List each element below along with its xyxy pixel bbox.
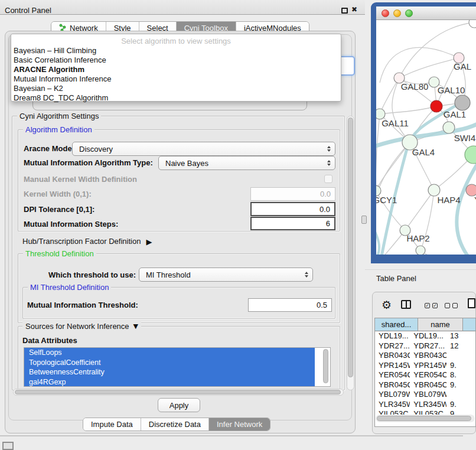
sources-title: Sources for Network Inference [25,322,129,331]
table-row[interactable]: YPR145WYPR145W9. [375,361,475,371]
algorithm-option[interactable]: Bayesian – Hill Climbing [11,46,341,56]
expand-arrow-icon: ▶ [146,237,152,246]
network-node[interactable] [416,246,425,255]
divider [365,269,476,270]
spinner-arrows-icon [327,146,331,152]
group-title: Threshold Definition [23,249,96,258]
split-columns-icon[interactable] [401,300,411,309]
table-cell: 13 [446,331,475,341]
algorithm-option[interactable]: Dream8 DC_TDC Algorithm [11,93,341,103]
column-header-shared[interactable]: shared... [375,318,418,331]
table-cell: 9. [446,380,475,390]
network-edge-highlighted [457,163,476,255]
network-edge [380,78,399,114]
combo-value: MI Threshold [146,270,191,279]
data-attribute-option[interactable]: TopologicalCoefficient [24,358,315,368]
table-row[interactable]: YDR27...YDR27...12 [375,341,475,351]
column-header-name[interactable]: name [418,318,463,331]
network-node[interactable] [431,100,442,112]
network-window-titlebar[interactable] [376,6,476,20]
manual-kernel-checkbox[interactable] [324,175,332,183]
scrollbar-thumb[interactable] [15,390,341,394]
tab-impute-data[interactable]: Impute Data [83,418,141,431]
mi-steps-label: Mutual Information Steps: [24,219,118,230]
which-threshold-label: Which threshold to use: [48,270,136,281]
zoom-traffic-light-icon[interactable] [405,9,413,17]
algorithm-option[interactable]: Mutual Information Inference [11,74,341,84]
table-cell: 8. [446,370,475,380]
mi-threshold-label: Mutual Information Threshold: [27,300,138,311]
data-attribute-option[interactable]: SelfLoops [24,348,315,358]
tab-discretize-data[interactable]: Discretize Data [141,418,208,431]
close-icon[interactable]: ✖ [351,5,357,14]
mi-steps-field[interactable]: 6 [250,217,335,230]
mi-type-combo[interactable]: Naive Bayes [158,156,335,170]
network-node[interactable] [469,20,476,28]
aracne-mode-label: Aracne Mode: [24,144,74,154]
table-cell: YDL19... [410,331,446,341]
network-node[interactable] [428,184,440,196]
data-attribute-option[interactable]: BetweennessCentrality [24,367,315,377]
aracne-mode-combo[interactable]: Discovery [72,142,335,156]
close-traffic-light-icon[interactable] [382,9,389,17]
hub-definition-label: Hub/Transcription Factor Definition [22,236,141,247]
kernel-width-label: Kernel Width (0,1): [24,189,92,200]
table-cell: YDR27... [375,341,410,351]
spinner-arrows-icon [305,272,308,278]
column-header-a[interactable]: A [463,318,476,331]
spinner-arrows-icon [327,160,331,166]
data-attributes-label: Data Attributes [22,335,77,346]
minimize-traffic-light-icon[interactable] [393,9,401,17]
network-edge [380,106,436,114]
settings-horizontal-scrollbar[interactable] [13,389,344,396]
unchecked-checkboxes-icon[interactable] [445,303,458,308]
algorithm-dropdown-popup: Select algorithm to view settings Bayesi… [11,34,341,102]
which-threshold-combo[interactable]: MI Threshold [139,268,313,282]
table-cell: YDL19... [375,331,410,341]
table-row[interactable]: YLR345WYLR345W9. [375,400,475,410]
data-attribute-option[interactable]: gal4RGexp [24,377,315,387]
network-node[interactable] [455,95,470,110]
split-pane-handle[interactable] [361,216,367,224]
file-icon[interactable] [468,298,475,308]
table-row[interactable]: YBR043CYBR043C [375,351,475,361]
network-view-window: GALGAL80GAL10GAL1GAL11SWI4GAL4GCY1HAP4YH… [376,6,476,255]
scrollbar-thumb[interactable] [377,416,471,421]
network-node[interactable] [466,184,476,196]
table-row[interactable]: YBL079WYBL079W [375,390,475,400]
algorithm-option[interactable]: ARACNE Algorithm [11,65,341,74]
scrollbar-thumb[interactable] [348,118,353,377]
table-row[interactable]: YBR045CYBR045C9. [375,380,475,390]
table-cell: YLR345W [410,400,446,410]
network-edge [405,190,434,230]
tab-label: Impute Data [91,420,133,429]
sources-header[interactable]: Sources for Network Inference ▼ [22,322,141,331]
mi-threshold-field[interactable]: 0.5 [248,298,332,312]
tab-infer-network[interactable]: Infer Network [208,418,270,431]
data-attributes-list[interactable]: SelfLoopsTopologicalCoefficientBetweenne… [24,347,331,387]
table-row[interactable]: YDL19...YDL19...13 [375,331,475,341]
network-node[interactable] [465,146,476,164]
float-icon[interactable] [341,8,348,14]
settings-vertical-scrollbar[interactable] [347,116,354,390]
apply-button[interactable]: Apply [158,398,200,412]
algorithm-option[interactable]: Basic Correlation Inference [11,56,341,65]
network-node[interactable] [443,122,455,133]
panel-title: Control Panel [5,6,51,15]
hub-definition-expander[interactable]: Hub/Transcription Factor Definition ▶ [22,236,152,247]
mi-type-label: Mutual Information Algorithm Type: [24,158,153,168]
algorithm-option[interactable]: Bayesian – K2 [11,84,341,93]
checked-checkboxes-icon[interactable]: ✓✓ [425,303,438,308]
docked-panel-icon[interactable] [2,442,14,450]
table-horizontal-scrollbar[interactable] [376,415,475,422]
table-row[interactable]: YER054CYER054C8. [375,370,475,380]
gear-icon[interactable]: ⚙ [382,298,392,311]
group-title: Cyni Algorithm Settings [17,112,101,120]
network-node-label: HAP4 [437,195,460,205]
dpi-tolerance-field[interactable]: 0.0 [250,202,335,216]
control-panel-titlebar: Control Panel ✖ [0,0,365,15]
kernel-width-field[interactable]: 0.0 [250,187,335,201]
divider [0,435,463,436]
network-canvas[interactable]: GALGAL80GAL10GAL1GAL11SWI4GAL4GCY1HAP4YH… [376,20,476,255]
list-scrollbar-thumb[interactable] [323,349,328,383]
